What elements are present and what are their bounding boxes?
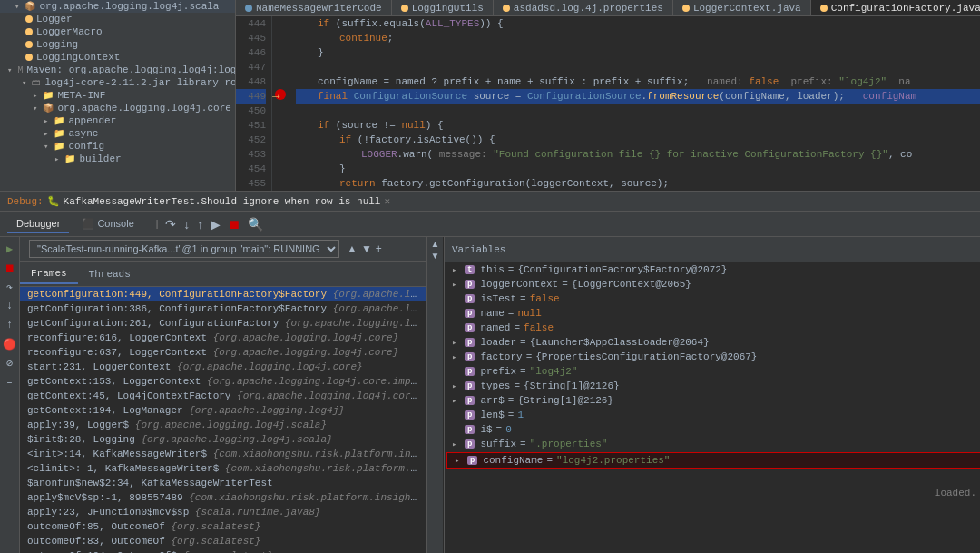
debug-arrow-449: → bbox=[272, 89, 279, 104]
tree-item-async[interactable]: ▸ 📁 async bbox=[0, 127, 235, 140]
frame-item-8[interactable]: getContext:194, LogManager {org.apache.l… bbox=[20, 403, 426, 418]
var-item-istest[interactable]: p isTest = false bbox=[445, 291, 980, 306]
var-item-types[interactable]: ▸ p types = {String[1]@2126} bbox=[445, 379, 980, 393]
tab-namewriter[interactable]: NameMessageWriterCode bbox=[236, 0, 392, 15]
gutter: → bbox=[272, 16, 290, 191]
frame-item-3[interactable]: reconfigure:616, LoggerContext {org.apac… bbox=[20, 331, 426, 345]
frame-item-11[interactable]: <init>:14, KafkaMessageWriter$ {com.xiao… bbox=[20, 447, 426, 461]
console-tab-btn[interactable]: ⬛ Console bbox=[73, 215, 142, 232]
frame-item-17[interactable]: outcomeOf:83, OutcomeOf {org.scalatest} bbox=[20, 534, 426, 548]
frame-item-2[interactable]: getConfiguration:261, ConfigurationFacto… bbox=[20, 316, 426, 331]
frame-item-5[interactable]: start:231, LoggerContext {org.apache.log… bbox=[20, 360, 426, 374]
tree-label: LoggerMacro bbox=[36, 26, 103, 37]
threads-tab[interactable]: Threads bbox=[78, 265, 142, 283]
add-filter-btn[interactable]: + bbox=[376, 242, 382, 255]
line-numbers: 444 445 446 447 448 449 450 451 452 453 … bbox=[236, 16, 272, 191]
tab-asdadsd[interactable]: asdadsd.log.4j.properties bbox=[494, 0, 673, 15]
type-badge-p: p bbox=[465, 439, 475, 449]
frames-scroll-controls: ▲ ▼ bbox=[426, 237, 443, 553]
frame-item-4[interactable]: reconfigure:637, LoggerContext {org.apac… bbox=[20, 345, 426, 360]
tree-item-jar[interactable]: ▾ 🗃 log4j-core-2.11.2.jar library root bbox=[0, 76, 235, 89]
expand-arrow-loggercontext: ▸ bbox=[452, 280, 461, 290]
frame-item-13[interactable]: $anonfun$new$2:34, KafkaMessageWriterTes… bbox=[20, 476, 426, 490]
expand-arrow-loader: ▸ bbox=[452, 338, 461, 348]
code-line-448: configName = named ? prefix + name + suf… bbox=[296, 74, 980, 89]
var-item-arrs[interactable]: ▸ p arr$ = {String[1]@2126} bbox=[445, 393, 980, 408]
tree-item-config[interactable]: ▾ 📁 config bbox=[0, 140, 235, 153]
tree-item-log4j-core[interactable]: ▾ 📦 org.apache.logging.log4j.core bbox=[0, 102, 235, 114]
resume-icon[interactable]: ▶ bbox=[2, 241, 18, 257]
type-badge-p: p bbox=[465, 381, 475, 390]
var-item-prefix[interactable]: p prefix = "log4j2" bbox=[445, 364, 980, 379]
tab-logging[interactable]: LoggingUtils bbox=[392, 0, 494, 15]
step-into-btn[interactable]: ↓ bbox=[181, 215, 191, 233]
tree-item-loggermacro[interactable]: LoggerMacro bbox=[0, 25, 235, 38]
line-num-447: 447 bbox=[236, 60, 266, 74]
thread-selector[interactable]: "ScalaTest-run-running-Kafka...t"@1 in g… bbox=[29, 240, 339, 258]
view-breakpoints-icon[interactable]: 🔴 bbox=[2, 336, 18, 352]
frame-item-14[interactable]: apply$mcV$sp:-1, 898557489 {com.xiaohong… bbox=[20, 490, 426, 505]
var-item-suffix[interactable]: ▸ p suffix = ".properties" bbox=[445, 437, 980, 451]
variables-list[interactable]: ▸ t this = {ConfigurationFactory$Factory… bbox=[445, 262, 980, 553]
evaluate-btn[interactable]: 🔍 bbox=[246, 215, 265, 233]
debugger-tab-btn[interactable]: Debugger bbox=[7, 215, 69, 233]
expand-arrow-arrs: ▸ bbox=[452, 396, 461, 406]
tree-item-logger[interactable]: Logger bbox=[0, 13, 235, 25]
step-into-sidebar-icon[interactable]: ↓ bbox=[2, 298, 18, 314]
tree-item-scala-package[interactable]: ▾ 📦 org.apache.logging.log4j.scala bbox=[0, 0, 235, 13]
editor-content: 444 445 446 447 448 449 450 451 452 453 … bbox=[236, 16, 980, 191]
var-item-this[interactable]: ▸ t this = {ConfigurationFactory$Factory… bbox=[445, 262, 980, 277]
frame-item-7[interactable]: getContext:45, Log4jContextFactory {org.… bbox=[20, 389, 426, 403]
step-over-btn[interactable]: ↷ bbox=[163, 215, 178, 233]
folder-icon: 📁 bbox=[64, 153, 75, 164]
scroll-down-btn[interactable]: ▼ bbox=[431, 251, 440, 261]
frame-item-9[interactable]: apply:39, Logger$ {org.apache.logging.lo… bbox=[20, 418, 426, 432]
scroll-up-btn[interactable]: ▲ bbox=[431, 239, 440, 249]
tree-item-loggingcontext[interactable]: LoggingContext bbox=[0, 51, 235, 64]
tree-item-appender[interactable]: ▸ 📁 appender bbox=[0, 114, 235, 127]
frame-item-6[interactable]: getContext:153, LoggerContext {org.apach… bbox=[20, 374, 426, 389]
prev-thread-btn[interactable]: ▲ bbox=[347, 242, 358, 255]
session-close-btn[interactable]: ✕ bbox=[384, 195, 390, 207]
step-out-sidebar-icon[interactable]: ↑ bbox=[2, 317, 18, 333]
type-badge-p: p bbox=[465, 367, 475, 376]
var-item-configname[interactable]: ▸ p configName = "log4j2.properties" bbox=[446, 452, 980, 469]
run-btn[interactable]: ▶ bbox=[209, 215, 222, 233]
tree-item-logging[interactable]: Logging bbox=[0, 38, 235, 51]
tree-label: LoggingContext bbox=[36, 52, 120, 63]
tree-item-maven[interactable]: ▾ M Maven: org.apache.logging.log4j:log4… bbox=[0, 64, 235, 76]
frame-item-15[interactable]: apply:23, JFunction0$mcV$sp {scala.runti… bbox=[20, 505, 426, 519]
frame-item-12[interactable]: <clinit>:-1, KafkaMessageWriter$ {com.xi… bbox=[20, 461, 426, 476]
content-area: ▾ 📦 org.apache.logging.log4j.scala Logge… bbox=[0, 0, 980, 553]
frames-panel: "ScalaTest-run-running-Kafka...t"@1 in g… bbox=[20, 237, 426, 553]
frames-tab[interactable]: Frames bbox=[20, 264, 78, 284]
stop-icon[interactable]: ⏹ bbox=[2, 260, 18, 276]
step-over-sidebar-icon[interactable]: ↷ bbox=[2, 279, 18, 295]
step-out-btn[interactable]: ↑ bbox=[195, 215, 205, 233]
var-item-named[interactable]: p named = false bbox=[445, 321, 980, 335]
stop-btn[interactable]: ⏹ bbox=[226, 215, 242, 233]
folder-icon: 📁 bbox=[43, 90, 54, 101]
package-icon: 📦 bbox=[24, 1, 35, 12]
maven-icon: M bbox=[17, 65, 23, 75]
var-item-name[interactable]: p name = null bbox=[445, 306, 980, 321]
tree-item-meta-inf[interactable]: ▸ 📁 META-INF bbox=[0, 89, 235, 102]
code-line-450 bbox=[296, 104, 980, 118]
frames-list[interactable]: getConfiguration:449, ConfigurationFacto… bbox=[20, 287, 426, 553]
frame-item-18[interactable]: outcomeOf:104, OutcomeOf$ {org.scalatest… bbox=[20, 548, 426, 553]
var-item-loader[interactable]: ▸ p loader = {Launcher$AppClassLoader@20… bbox=[445, 335, 980, 350]
frame-item-1[interactable]: getConfiguration:386, ConfigurationFacto… bbox=[20, 301, 426, 316]
tree-item-builder[interactable]: ▸ 📁 builder bbox=[0, 153, 235, 165]
frame-item-16[interactable]: outcomeOf:85, OutcomeOf {org.scalatest} bbox=[20, 519, 426, 534]
next-thread-btn[interactable]: ▼ bbox=[361, 242, 372, 255]
var-item-loggercontext[interactable]: ▸ p loggerContext = {LoggerContext@2065} bbox=[445, 277, 980, 291]
frame-item-10[interactable]: $init$:28, Logging {org.apache.logging.l… bbox=[20, 432, 426, 447]
mute-breakpoints-icon[interactable]: ⊘ bbox=[2, 355, 18, 371]
var-item-lens[interactable]: p len$ = 1 bbox=[445, 408, 980, 422]
tab-configfactory[interactable]: ConfigurationFactory.java bbox=[811, 0, 980, 15]
var-item-is[interactable]: p i$ = 0 bbox=[445, 422, 980, 437]
evaluate-expr-icon[interactable]: = bbox=[2, 374, 18, 390]
tab-loggercontext[interactable]: LoggerContext.java bbox=[673, 0, 811, 15]
var-item-factory[interactable]: ▸ p factory = {PropertiesConfigurationFa… bbox=[445, 350, 980, 364]
frame-item-0[interactable]: getConfiguration:449, ConfigurationFacto… bbox=[20, 287, 426, 301]
